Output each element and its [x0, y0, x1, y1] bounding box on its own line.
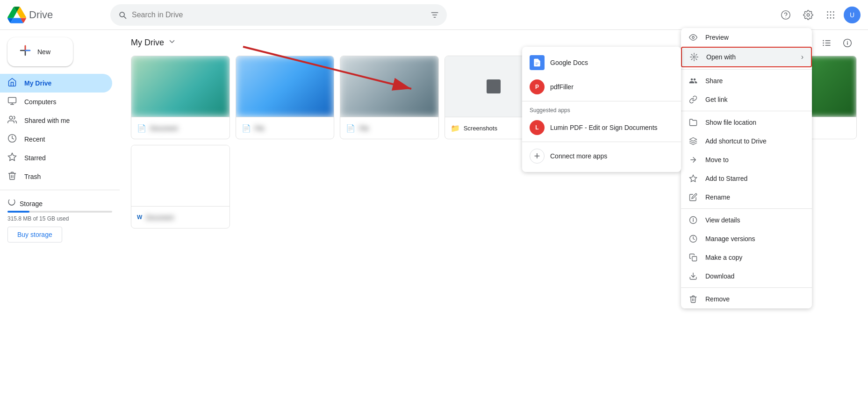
search-input[interactable] [132, 11, 425, 19]
sidebar-item-shared[interactable]: Shared with me [0, 111, 112, 130]
add-starred-label: Add to Starred [705, 175, 804, 182]
svg-point-22 [823, 43, 824, 44]
file-type-icon: 📄 [242, 124, 251, 133]
file-thumbnail [236, 56, 334, 117]
svg-point-0 [782, 10, 790, 19]
svg-rect-37 [692, 257, 697, 261]
new-button-label: New [37, 48, 50, 56]
ctx-manage-versions[interactable]: Manage versions [681, 229, 812, 248]
ctx-show-file-location[interactable]: Show file location [681, 113, 812, 132]
ctx-download[interactable]: Download [681, 267, 812, 286]
rename-icon [689, 193, 698, 202]
sidebar-item-label: Starred [24, 154, 46, 162]
connect-more-apps[interactable]: + Connect more apps [522, 144, 681, 168]
show-location-icon [689, 118, 698, 127]
open-with-submenu: Google Docs P pdfFiller Suggested apps L… [522, 47, 681, 172]
file-name: Document [146, 214, 209, 221]
ctx-add-starred[interactable]: Add to Starred [681, 169, 812, 188]
file-card[interactable]: W Document ⋮ [131, 145, 230, 228]
new-button[interactable]: New [7, 37, 73, 66]
trash-icon [7, 171, 17, 183]
open-with-pdf-filler[interactable]: P pdfFiller [522, 75, 681, 99]
open-with-lumin[interactable]: L Lumin PDF - Edit or Sign Documents [522, 115, 681, 140]
submenu-divider [522, 101, 681, 101]
view-toggle [818, 34, 857, 52]
drive-caret-icon[interactable] [168, 37, 176, 48]
svg-point-2 [830, 11, 832, 13]
svg-point-1 [827, 11, 828, 13]
info-button[interactable] [838, 34, 857, 52]
sidebar-item-label: Trash [24, 173, 41, 180]
ctx-move-to[interactable]: Move to [681, 150, 812, 169]
file-card[interactable]: 📄 File ⋮ [340, 56, 439, 139]
preview-label: Preview [705, 34, 804, 41]
account-avatar[interactable]: U [844, 7, 861, 23]
sidebar-item-starred[interactable]: Starred [0, 149, 112, 167]
svg-point-31 [693, 56, 696, 58]
ctx-make-copy[interactable]: Make a copy [681, 248, 812, 267]
ctx-rename[interactable]: Rename [681, 188, 812, 207]
ctx-remove[interactable]: Remove [681, 290, 812, 308]
svg-point-7 [827, 17, 828, 19]
list-view-button[interactable] [818, 34, 836, 52]
file-thumbnail [340, 56, 438, 117]
download-label: Download [705, 272, 804, 280]
open-with-label: Open with [706, 53, 794, 61]
sidebar-item-recent[interactable]: Recent [0, 130, 112, 149]
ctx-share[interactable]: Share [681, 71, 812, 90]
my-drive-icon [7, 78, 17, 89]
ctx-divider-2 [681, 111, 812, 111]
file-thumbnail [131, 145, 230, 206]
file-type-icon: 📄 [346, 124, 355, 133]
file-card[interactable]: 📄 File ⋮ [236, 56, 335, 139]
lumin-label: Lumin PDF - Edit or Sign Documents [550, 124, 658, 131]
rename-label: Rename [705, 193, 804, 201]
drive-breadcrumb-title: My Drive [131, 38, 164, 48]
svg-point-21 [823, 40, 824, 42]
get-link-icon [689, 95, 698, 104]
add-shortcut-icon [689, 136, 698, 146]
svg-rect-27 [487, 79, 501, 93]
file-name: Document [150, 125, 210, 132]
add-starred-icon [689, 174, 698, 183]
open-with-google-docs[interactable]: Google Docs [522, 50, 681, 75]
ctx-preview[interactable]: Preview [681, 28, 812, 47]
manage-versions-label: Manage versions [705, 235, 804, 243]
sidebar-item-label: My Drive [24, 79, 51, 87]
ctx-view-details[interactable]: View details [681, 211, 812, 229]
storage-label-text: Storage [20, 200, 43, 207]
remove-label: Remove [705, 295, 804, 303]
ctx-divider-1 [681, 69, 812, 70]
svg-point-9 [833, 17, 834, 19]
file-card[interactable]: 📄 Document ⋮ [131, 56, 230, 139]
pdf-filler-label: pdfFiller [550, 83, 574, 91]
sidebar-item-computers[interactable]: Computers [0, 93, 112, 111]
svg-point-15 [9, 116, 13, 119]
ctx-add-shortcut[interactable]: Add shortcut to Drive [681, 132, 812, 150]
move-to-label: Move to [705, 156, 804, 164]
storage-bar-background [7, 211, 112, 213]
sidebar-item-trash[interactable]: Trash [0, 167, 112, 186]
connect-plus-icon: + [530, 149, 545, 164]
settings-button[interactable] [799, 6, 818, 24]
file-type-icon: 📄 [137, 124, 146, 133]
file-name: File [359, 125, 419, 132]
buy-storage-button[interactable]: Buy storage [7, 227, 62, 243]
pdf-filler-icon: P [530, 79, 545, 94]
file-type-icon: W [137, 214, 142, 221]
apps-button[interactable] [821, 6, 840, 24]
ctx-open-with[interactable]: Open with › [681, 47, 812, 67]
file-type-icon: 📁 [451, 124, 460, 133]
ctx-divider-4 [681, 287, 812, 288]
sidebar-item-my-drive[interactable]: My Drive [0, 74, 112, 93]
shared-icon [7, 115, 17, 127]
help-button[interactable] [776, 6, 795, 24]
search-bar[interactable] [110, 4, 447, 26]
svg-point-23 [823, 45, 824, 46]
filter-icon[interactable] [430, 10, 439, 20]
ctx-get-link[interactable]: Get link [681, 90, 812, 109]
file-thumbnail [131, 56, 230, 117]
submenu-divider-2 [522, 142, 681, 142]
svg-point-8 [830, 17, 832, 19]
lumin-icon: L [530, 120, 545, 135]
